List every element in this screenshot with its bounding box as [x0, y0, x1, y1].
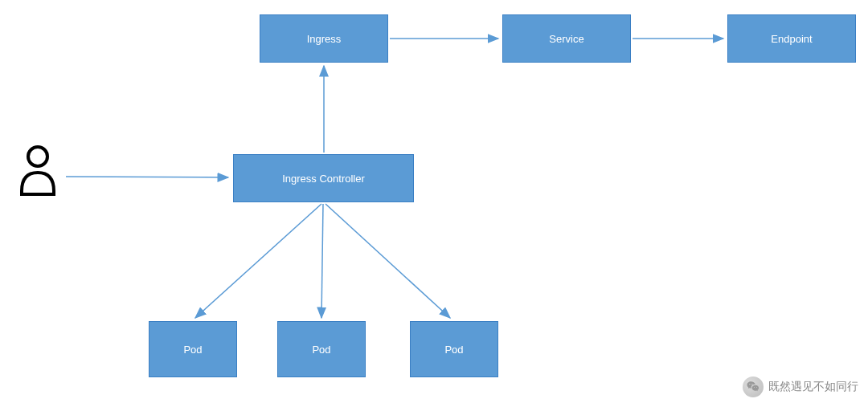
node-endpoint: Endpoint [727, 14, 856, 63]
arrow-controller-to-pod3 [326, 204, 450, 318]
svg-point-0 [28, 147, 47, 166]
arrow-controller-to-pod2 [321, 204, 323, 318]
arrow-user-to-controller [66, 177, 228, 177]
wechat-icon [743, 376, 764, 397]
node-pod-3: Pod [410, 321, 498, 377]
node-ingress-controller: Ingress Controller [233, 154, 414, 202]
node-endpoint-label: Endpoint [771, 33, 812, 45]
node-pod-1-label: Pod [183, 344, 202, 356]
node-pod-2: Pod [277, 321, 366, 377]
node-ingress-controller-label: Ingress Controller [282, 173, 365, 185]
node-pod-2-label: Pod [312, 344, 330, 356]
arrow-controller-to-pod1 [195, 204, 321, 318]
node-ingress: Ingress [260, 14, 388, 63]
watermark: 既然遇见不如同行 [743, 376, 858, 397]
node-ingress-label: Ingress [307, 33, 342, 45]
node-pod-3-label: Pod [444, 344, 463, 356]
node-service: Service [502, 14, 631, 63]
user-icon [16, 144, 60, 200]
node-pod-1: Pod [149, 321, 237, 377]
node-service-label: Service [549, 33, 583, 45]
watermark-text: 既然遇见不如同行 [768, 380, 858, 394]
